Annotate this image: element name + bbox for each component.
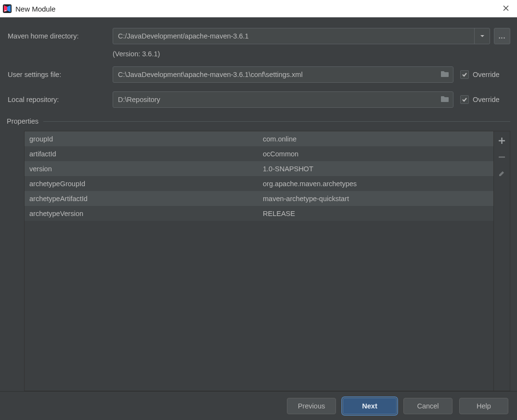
property-key: version <box>25 165 258 173</box>
table-row[interactable]: groupIdcom.online <box>25 131 493 146</box>
svg-rect-1 <box>5 11 7 12</box>
chevron-down-icon[interactable] <box>474 28 490 44</box>
properties-toolbar <box>494 131 510 391</box>
next-button[interactable]: Next <box>343 398 397 414</box>
user-settings-label: User settings file: <box>7 71 113 78</box>
properties-title: Properties <box>7 117 39 125</box>
table-row[interactable]: archetypeVersionRELEASE <box>25 206 493 221</box>
user-settings-value: C:\JavaDevelopment\apache-maven-3.6.1\co… <box>118 71 437 78</box>
properties-section: Properties groupIdcom.onlineartifactIdoc… <box>7 117 510 391</box>
user-settings-override-label: Override <box>473 71 500 78</box>
help-button[interactable]: Help <box>459 398 508 414</box>
edit-icon[interactable] <box>496 167 508 179</box>
property-value: 1.0-SNAPSHOT <box>258 165 493 173</box>
property-value: com.online <box>258 135 493 143</box>
user-settings-override-checkbox[interactable] <box>460 70 469 79</box>
svg-rect-2 <box>499 156 505 157</box>
folder-icon[interactable] <box>440 95 449 104</box>
add-icon[interactable] <box>496 134 508 147</box>
property-value: ocCommon <box>258 150 493 158</box>
user-settings-input[interactable]: C:\JavaDevelopment\apache-maven-3.6.1\co… <box>113 66 453 83</box>
property-key: artifactId <box>25 150 258 158</box>
cancel-button[interactable]: Cancel <box>403 398 452 414</box>
table-row[interactable]: archetypeArtifactIdmaven-archetype-quick… <box>25 191 493 206</box>
local-repo-override-label: Override <box>473 96 500 103</box>
property-value: org.apache.maven.archetypes <box>258 180 493 188</box>
separator <box>43 121 510 122</box>
property-value: maven-archetype-quickstart <box>258 195 493 203</box>
table-row[interactable]: archetypeGroupIdorg.apache.maven.archety… <box>25 176 493 191</box>
table-row[interactable]: version1.0-SNAPSHOT <box>25 161 493 176</box>
table-row[interactable]: artifactIdocCommon <box>25 146 493 161</box>
maven-home-browse-button[interactable]: ... <box>494 28 510 44</box>
maven-version-info: (Version: 3.6.1) <box>7 50 510 58</box>
property-key: archetypeArtifactId <box>25 195 258 203</box>
window-title: New Module <box>15 5 55 13</box>
maven-home-combo[interactable]: C:/JavaDevelopment/apache-maven-3.6.1 <box>113 28 490 44</box>
close-button[interactable] <box>500 2 512 16</box>
property-value: RELEASE <box>258 210 493 217</box>
maven-home-label: Maven home directory: <box>7 32 113 40</box>
properties-table[interactable]: groupIdcom.onlineartifactIdocCommonversi… <box>24 131 494 391</box>
titlebar: New Module <box>0 0 517 17</box>
property-key: archetypeGroupId <box>25 180 258 188</box>
local-repo-input[interactable]: D:\Repository <box>113 91 453 108</box>
property-key: archetypeVersion <box>25 210 258 217</box>
dialog-footer: Previous Next Cancel Help <box>0 391 517 420</box>
folder-icon[interactable] <box>440 70 449 79</box>
local-repo-label: Local repository: <box>7 96 113 103</box>
local-repo-value: D:\Repository <box>118 96 437 103</box>
intellij-icon <box>3 4 12 13</box>
dialog-content: Maven home directory: C:/JavaDevelopment… <box>0 17 517 391</box>
local-repo-override-checkbox[interactable] <box>460 95 469 104</box>
maven-home-value: C:/JavaDevelopment/apache-maven-3.6.1 <box>113 28 474 44</box>
previous-button[interactable]: Previous <box>287 398 336 414</box>
remove-icon[interactable] <box>496 151 508 163</box>
property-key: groupId <box>25 135 258 143</box>
